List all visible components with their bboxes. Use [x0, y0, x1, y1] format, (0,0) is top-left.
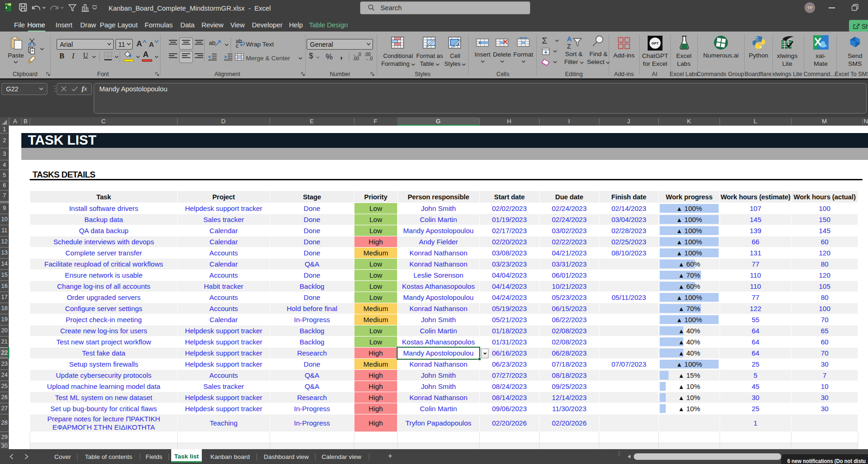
svg-text:x: x [5, 5, 7, 10]
